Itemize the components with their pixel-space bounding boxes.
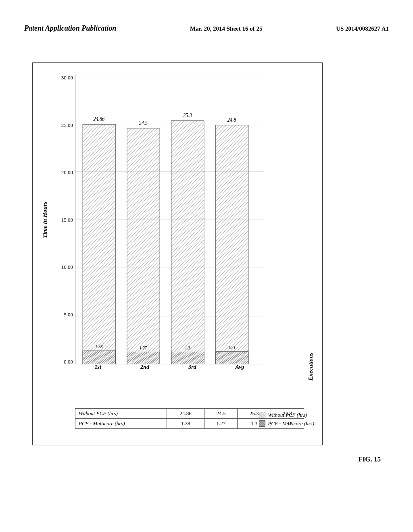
- legend-icon-without-pcf: [259, 412, 265, 418]
- svg-rect-22: [216, 351, 248, 364]
- svg-text:24.5: 24.5: [139, 120, 148, 126]
- legend: Without PCF (hrs) PCF - Multicore (hrs): [259, 412, 314, 429]
- y-label-10: 10.00: [61, 264, 73, 270]
- legend-item-without-pcf: Without PCF (hrs): [259, 412, 314, 418]
- col-header-avg: Avg: [236, 364, 244, 370]
- svg-rect-13: [127, 128, 160, 364]
- cell-without-pcf-1st: 24.86: [167, 409, 204, 419]
- svg-rect-9: [83, 124, 115, 364]
- publication-title: Patent Application Publication: [24, 24, 116, 33]
- row-label-pcf-multicore: PCF - Multicore (hrs): [75, 419, 167, 429]
- svg-text:24.86: 24.86: [93, 116, 104, 122]
- header: Patent Application Publication Mar. 20, …: [0, 24, 413, 33]
- svg-text:1.31: 1.31: [228, 345, 236, 350]
- legend-label-pcf-multicore: PCF - Multicore (hrs): [268, 420, 314, 427]
- svg-rect-10: [83, 351, 115, 364]
- y-label-20: 20.00: [61, 170, 73, 175]
- y-label-25: 25.00: [61, 123, 73, 128]
- col-headers: 1st 2nd 3rd Avg: [75, 364, 264, 370]
- y-label-15: 15.00: [61, 217, 73, 222]
- legend-label-without-pcf: Without PCF (hrs): [268, 412, 307, 418]
- publication-number: US 2014/0082627 A1: [336, 25, 389, 32]
- svg-text:24.8: 24.8: [227, 117, 236, 123]
- legend-item-pcf-multicore: PCF - Multicore (hrs): [259, 420, 314, 427]
- row-label-without-pcf: Without PCF (hrs): [75, 409, 167, 419]
- cell-pcf-2nd: 1.27: [204, 419, 238, 429]
- svg-text:1.3: 1.3: [185, 345, 190, 351]
- y-label-30: 30.00: [61, 75, 73, 80]
- cell-without-pcf-2nd: 24.5: [204, 409, 238, 419]
- svg-rect-17: [171, 121, 204, 364]
- svg-rect-14: [127, 352, 160, 364]
- col-header-1st: 1st: [95, 364, 101, 370]
- svg-rect-21: [216, 125, 248, 364]
- publication-date-sheet: Mar. 20, 2014 Sheet 16 of 25: [190, 25, 262, 32]
- svg-text:25.3: 25.3: [183, 112, 192, 118]
- figure-label: FIG. 15: [358, 455, 381, 463]
- y-label-5: 5.00: [64, 312, 73, 317]
- x-axis-label: Executions: [307, 353, 314, 380]
- chart-container: Time in Hours 0.00 5.00 10.00 15.00 20.0…: [32, 62, 323, 445]
- y-axis-labels: 0.00 5.00 10.00 15.00 20.00 25.00 30.00: [37, 75, 73, 364]
- svg-rect-18: [171, 352, 204, 364]
- legend-icon-pcf-multicore: [259, 420, 265, 427]
- y-label-0: 0.00: [64, 359, 73, 364]
- cell-pcf-1st: 1.38: [167, 419, 204, 429]
- chart-svg: 24.86 1.38 24.5 1.27 25.3 1.3 24.8 1.31: [75, 75, 264, 364]
- svg-text:1.27: 1.27: [140, 345, 147, 351]
- svg-text:1.38: 1.38: [95, 344, 103, 349]
- col-header-3rd: 3rd: [188, 364, 196, 370]
- col-header-2nd: 2nd: [140, 364, 149, 370]
- page: Patent Application Publication Mar. 20, …: [0, 0, 413, 532]
